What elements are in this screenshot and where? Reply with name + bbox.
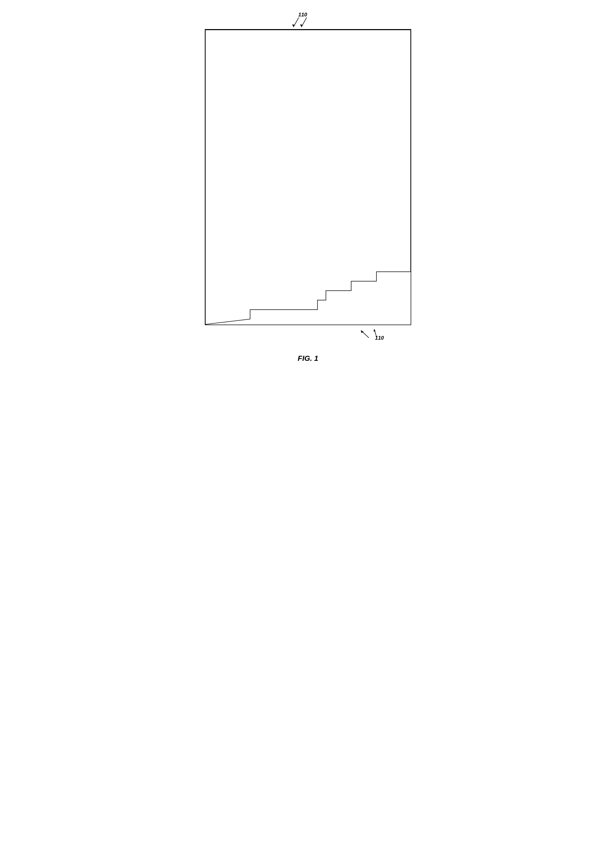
figure-container: 110 CODEBALTYPEPRECINCT NO.V/AEPPRECINCT…	[205, 11, 411, 363]
page: 110 CODEBALTYPEPRECINCT NO.V/AEPPRECINCT…	[189, 0, 427, 378]
figure-label: FIG. 1	[205, 354, 411, 363]
svg-text:110: 110	[298, 12, 307, 17]
ballot-card: CODEBALTYPEPRECINCT NO.V/AEPPRECINCT NAM…	[205, 29, 411, 325]
svg-marker-1455	[374, 329, 376, 332]
